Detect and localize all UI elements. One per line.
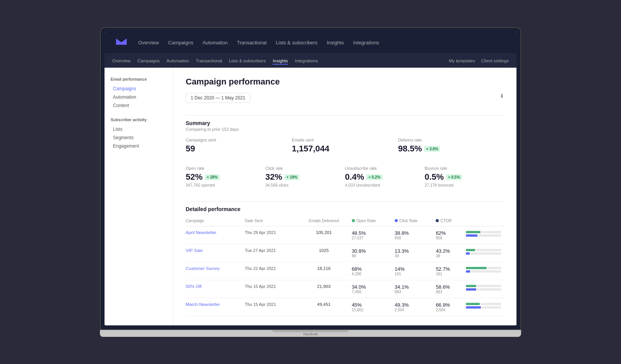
sidebar-item-lists[interactable]: Lists [111,125,167,133]
my-templates-link[interactable]: My templates [449,57,475,64]
unsubscribe-rate-value: 0.4% + 0.2% [345,172,418,182]
logo [116,38,127,47]
campaigns-sent-value: 59 [186,144,286,154]
summary-title: Summary [186,120,504,126]
page-title: Campaign performance [186,77,504,87]
sidebar-item-engagement[interactable]: Engagement [111,142,167,150]
sidebar-item-content[interactable]: Content [111,101,167,110]
emails-sent-stat: Emails sent 1,157,044 [292,138,398,160]
table-row: Customer Survey Thu 22 Apr 2021 18,116 6… [186,262,504,280]
stats-row-2: Open rate 52% + 28% 347,765 opened Click… [186,166,504,193]
bounce-rate-stat: Bounce rate 0.5% + 0.5% 27,178 bounced [425,166,504,193]
delivery-rate-value: 98.5% + 3.6% [398,144,498,154]
campaign-link-2[interactable]: Customer Survey [186,266,220,271]
date-sent-3: Thu 15 Apr 2021 [245,280,299,298]
click-rate-value: 32% + 19% [265,172,339,182]
sidebar-item-automation[interactable]: Automation [111,93,167,101]
open-rate-badge: + 28% [205,174,220,180]
sec-nav-lists[interactable]: Lists & subscribers [229,57,266,64]
emails-sent-value: 1,157,044 [292,144,392,154]
unsubscribe-rate-badge: + 0.2% [366,174,382,180]
nav-automation[interactable]: Automation [203,39,228,46]
open-rate-value: 52% + 28% [186,172,259,182]
campaign-link-4[interactable]: March Newsletter [186,302,220,307]
unsubscribe-rate-label: Unsubscribe rate [345,166,418,171]
open-rate-stat: Open rate 52% + 28% 347,765 opened [186,166,265,193]
campaign-link-0[interactable]: April Newsletter [186,230,217,235]
nav-lists-subscribers[interactable]: Lists & subscribers [276,39,317,46]
bounce-rate-sub: 27,178 bounced [425,183,498,187]
emails-sent-label: Emails sent [292,138,392,142]
date-range-picker[interactable]: 1 Dec 2020 — 1 May 2021 [186,93,250,103]
nav-overview[interactable]: Overview [138,39,159,46]
content-area: Campaign performance 1 Dec 2020 — 1 May … [173,68,516,325]
laptop-base [100,330,521,337]
sidebar-item-campaigns[interactable]: Campaigns [111,84,167,93]
client-settings-link[interactable]: Client settings [481,57,509,64]
campaign-name-1: VIP Sale [186,244,245,262]
nav-insights[interactable]: Insights [327,39,344,46]
table-row: April Newsletter Thu 29 Apr 2021 105,201… [186,226,504,244]
top-nav: Overview Campaigns Automation Transactio… [105,32,516,53]
open-rate-0: 48.5% 27,537 [352,226,395,244]
delivery-rate-stat: Delivery rate 98.5% + 3.6% [398,138,504,160]
secondary-nav-right-list: My templates Client settings [449,57,509,64]
bounce-rate-value: 0.5% + 0.5% [425,172,498,182]
detailed-performance-title: Detailed performance [186,206,504,212]
laptop-notch [272,330,349,332]
bounce-rate-label: Bounce rate [425,166,498,171]
summary-subtitle: Comparing to prior 152 days [186,127,504,132]
nav-transactional[interactable]: Transactional [237,39,267,46]
sec-nav-overview[interactable]: Overview [112,57,131,64]
emails-delivered-4: 49,451 [299,298,352,316]
sidebar: Email performance Campaigns Automation C… [105,68,173,325]
click-rate-3: 34.1% 883 [395,280,436,298]
ctor-3: 58.6% 883 [436,280,466,298]
bar-chart-2 [466,262,504,280]
email-performance-list: Campaigns Automation Content [111,84,167,110]
click-rate-sub: 34,566 clicks [265,183,339,187]
campaign-link-3[interactable]: 50% Off [186,284,201,289]
col-emails-delivered: Emails Delivered [299,217,352,226]
subscriber-activity-section-title: Subscriber activity [111,117,167,122]
col-campaign: Campaign [186,217,245,226]
col-date-sent: Date Sent [245,217,299,226]
sec-nav-integrations[interactable]: Integrations [295,57,318,64]
stats-row-1: Campaigns sent 59 Emails sent 1,157,044 [186,138,504,160]
ctor-0: 62% 858 [436,226,466,244]
ctor-2: 52.7% 161 [436,262,466,280]
sec-nav-automation[interactable]: Automation [167,57,189,64]
nav-campaigns[interactable]: Campaigns [168,39,193,46]
email-performance-section-title: Email performance [111,77,167,81]
table-row: March Newsletter Thu 15 Apr 2021 49,451 … [186,298,504,316]
secondary-nav: Overview Campaigns Automation Transactio… [105,53,516,68]
click-rate-1: 13.3% 38 [395,244,436,262]
date-sent-4: Thu 15 Apr 2021 [245,298,299,316]
subscriber-activity-list: Lists Segments Engagement [111,125,167,150]
click-rate-badge: + 19% [284,174,299,180]
sec-nav-campaigns[interactable]: Campaigns [137,57,160,64]
campaign-name-3: 50% Off [186,280,245,298]
emails-delivered-0: 105,201 [299,226,352,244]
sidebar-item-segments[interactable]: Segments [111,133,167,142]
click-rate-label: Click rate [265,166,339,171]
col-open-rate: Open Rate [352,217,395,226]
bar-chart-4 [466,298,504,316]
delivery-rate-label: Delivery rate [398,138,498,142]
bar-chart-1 [466,244,504,262]
emails-delivered-3: 21,903 [299,280,352,298]
table-row: VIP Sale Tue 27 Apr 2021 1025 30.8% 88 1… [186,244,504,262]
bar-chart-3 [466,280,504,298]
date-sent-2: Thu 22 Apr 2021 [245,262,299,280]
sec-nav-insights[interactable]: Insights [273,57,288,64]
nav-integrations[interactable]: Integrations [353,39,379,46]
campaign-name-4: March Newsletter [186,298,245,316]
open-rate-3: 34.0% 7,450 [352,280,395,298]
campaign-link-1[interactable]: VIP Sale [186,248,203,253]
sec-nav-transactional[interactable]: Transactional [196,57,222,64]
campaigns-sent-label: Campaigns sent [186,138,286,142]
emails-delivered-2: 18,116 [299,262,352,280]
download-icon[interactable]: ⬇ [500,93,504,99]
col-click-rate: Click Rate [395,217,436,226]
bounce-rate-badge: + 0.5% [446,174,462,180]
